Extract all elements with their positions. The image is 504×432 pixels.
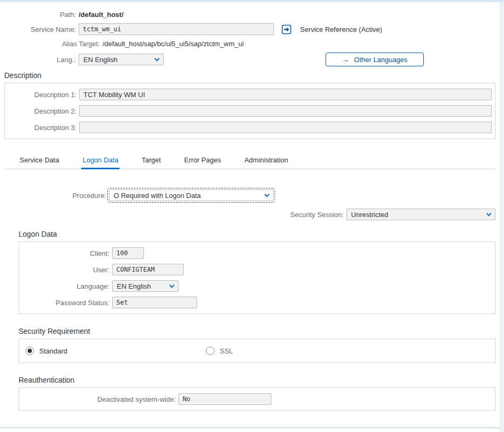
tab-bar: Service Data Logon Data Target Error Pag… (4, 153, 496, 169)
radio-selected-icon (25, 347, 34, 355)
tab-target[interactable]: Target (141, 153, 162, 169)
service-name-row: Service Name: Service Reference (Active) (4, 23, 496, 35)
reauthentication-box: Deactivated system-wide: (19, 387, 496, 411)
scrollbar[interactable] (500, 2, 504, 432)
procedure-row: Procedure: O Required with Logon Data (19, 189, 496, 201)
client-label: Client: (19, 249, 112, 257)
security-requirement-title: Security Requirement (19, 327, 496, 335)
language-select[interactable]: EN English (112, 280, 178, 292)
path-value: /default_host/ (79, 11, 124, 19)
other-languages-label: Other Languages (354, 56, 407, 64)
security-session-row: Security Session: Unrestricted (19, 209, 496, 220)
procedure-select[interactable]: O Required with Logon Data (109, 189, 274, 201)
service-name-label: Service Name: (4, 25, 79, 33)
chevron-down-icon (169, 283, 175, 288)
deactivated-system-wide-input[interactable] (178, 393, 271, 405)
radio-standard[interactable]: Standard (25, 347, 206, 355)
deactivated-system-wide-label: Deactivated system-wide: (19, 395, 178, 403)
description-2-row: Description 2: (5, 105, 492, 117)
client-row: Client: (19, 247, 492, 259)
language-label: Language: (19, 282, 112, 290)
description-3-label: Description 3: (5, 124, 79, 132)
service-detail-page: Path: /default_host/ Service Name: Servi… (0, 2, 500, 411)
tab-logon-data[interactable]: Logon Data (81, 153, 119, 169)
arrow-right-icon: → (342, 56, 349, 63)
description-box: Description 1: Description 2: Descriptio… (4, 83, 496, 139)
lang-label: Lang.: (4, 56, 79, 64)
security-requirement-box: Standard SSL (19, 339, 496, 363)
deactivated-system-wide-row: Deactivated system-wide: (19, 393, 492, 405)
security-session-select[interactable]: Unrestricted (346, 209, 496, 220)
security-session-selected-value: Unrestricted (351, 211, 388, 219)
other-languages-button[interactable]: → Other Languages (326, 53, 424, 66)
radio-ssl-label: SSL (220, 347, 233, 355)
lang-select[interactable]: EN English (79, 54, 164, 65)
tab-service-data[interactable]: Service Data (19, 153, 60, 169)
radio-ssl[interactable]: SSL (206, 347, 233, 355)
bottom-divider (0, 427, 500, 428)
service-reference-status: Service Reference (Active) (300, 25, 382, 33)
client-input[interactable] (112, 247, 144, 259)
password-status-label: Password Status: (19, 299, 112, 307)
description-section: Description Description 1: Description 2… (4, 71, 496, 139)
alias-target-value: /default_host/sap/bc/ui5_ui5/sap/ztctm_w… (102, 40, 244, 48)
security-session-label: Security Session: (291, 211, 344, 219)
radio-standard-label: Standard (39, 347, 67, 355)
alias-target-row: Alias Target: /default_host/sap/bc/ui5_u… (4, 40, 496, 48)
procedure-label: Procedure: (19, 192, 109, 200)
logon-data-tab-panel: Procedure: O Required with Logon Data Se… (4, 189, 496, 411)
language-selected-value: EN English (117, 282, 151, 290)
service-name-input[interactable] (79, 23, 274, 35)
service-reference-icon[interactable] (281, 24, 292, 34)
description-section-title: Description (4, 71, 496, 80)
procedure-selected-value: O Required with Logon Data (114, 192, 201, 200)
description-3-row: Description 3: (5, 122, 492, 133)
user-row: User: (19, 264, 492, 275)
path-row: Path: /default_host/ (4, 11, 496, 19)
description-1-row: Description 1: (5, 89, 492, 100)
description-1-label: Description 1: (5, 91, 79, 99)
logon-data-section-title: Logon Data (19, 230, 496, 238)
description-2-input[interactable] (79, 105, 492, 117)
chevron-down-icon (264, 192, 270, 197)
password-status-input[interactable] (112, 297, 197, 308)
tab-error-pages[interactable]: Error Pages (183, 153, 222, 169)
user-label: User: (19, 266, 112, 274)
reauthentication-section: Reauthentication Deactivated system-wide… (19, 376, 496, 411)
logon-data-box: Client: User: Language: EN English Passw… (19, 241, 496, 314)
chevron-down-icon (486, 211, 492, 217)
tab-administration[interactable]: Administration (243, 153, 289, 169)
description-2-label: Description 2: (5, 107, 79, 115)
alias-target-label: Alias Target: (4, 40, 102, 48)
logon-data-section: Logon Data Client: User: Language: EN En… (19, 230, 496, 314)
lang-row: Lang.: EN English → Other Languages (4, 53, 496, 66)
path-label: Path: (4, 11, 79, 19)
password-status-row: Password Status: (19, 297, 492, 308)
security-requirement-section: Security Requirement Standard SSL (19, 327, 496, 363)
language-row: Language: EN English (19, 280, 492, 292)
description-3-input[interactable] (79, 122, 492, 133)
radio-unselected-icon (206, 347, 215, 355)
lang-selected-value: EN English (83, 56, 117, 64)
reauthentication-title: Reauthentication (19, 376, 496, 384)
description-1-input[interactable] (79, 89, 492, 100)
chevron-down-icon (155, 56, 160, 62)
user-input[interactable] (112, 264, 184, 275)
